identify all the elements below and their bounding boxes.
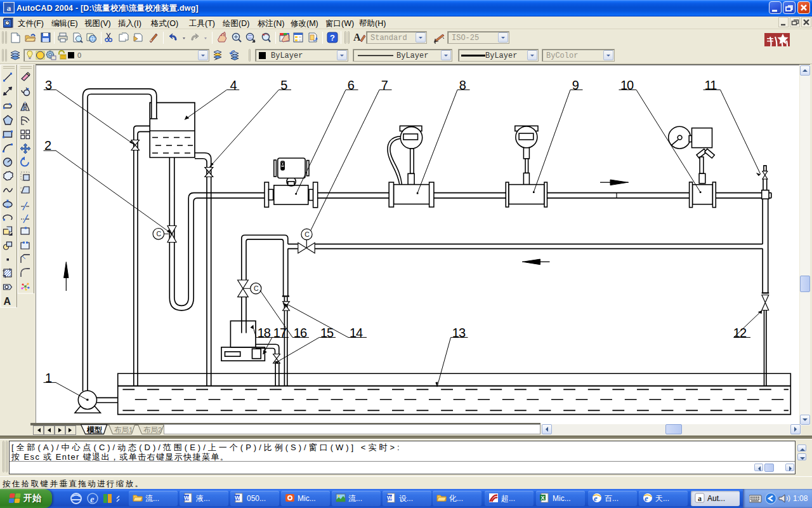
svg-text:A: A xyxy=(353,32,361,43)
svg-text:a: a xyxy=(698,494,702,503)
svg-text:C: C xyxy=(254,284,259,292)
svg-text:C: C xyxy=(157,230,162,237)
svg-text:e: e xyxy=(90,494,95,504)
svg-text:W: W xyxy=(235,495,240,501)
svg-text:W: W xyxy=(387,495,393,501)
svg-text:X: X xyxy=(541,495,545,501)
svg-text:模型: 模型 xyxy=(86,425,102,434)
svg-text:W: W xyxy=(184,495,190,501)
svg-text:布局1: 布局1 xyxy=(114,426,133,434)
svg-text:布局2: 布局2 xyxy=(143,426,162,434)
svg-text:?: ? xyxy=(330,33,335,43)
svg-text:C: C xyxy=(304,231,310,238)
svg-text:a: a xyxy=(7,3,11,13)
svg-text:A: A xyxy=(4,296,11,307)
